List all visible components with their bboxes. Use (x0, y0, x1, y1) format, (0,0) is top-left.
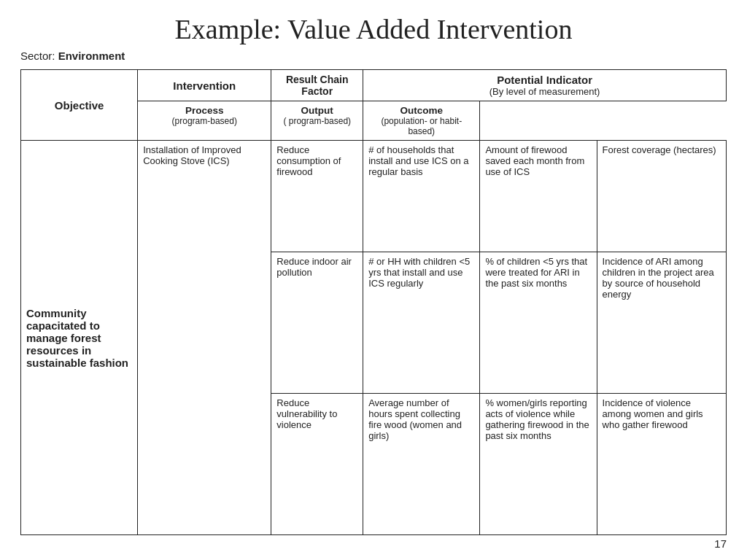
rcf-cell-3: Reduce vulnerability to violence (271, 393, 363, 534)
page-title: Example: Value Added Intervention (20, 13, 727, 45)
potential-indicator-header: Potential Indicator (By level of measure… (363, 70, 727, 101)
process-cell-3: Average number of hours spent collecting… (363, 393, 480, 534)
outcome-label: Outcome (368, 105, 474, 116)
process-sub-label: (program-based) (143, 116, 266, 126)
rcf-header: Result Chain Factor (271, 70, 363, 101)
process-cell-2: # or HH with children <5 yrs that instal… (363, 252, 480, 394)
rcf-cell-1: Reduce consumption of firewood (271, 141, 363, 252)
output-cell-1: Amount of firewood saved each month from… (480, 141, 597, 252)
by-level-label: (By level of measurement) (368, 86, 721, 97)
objective-header: Objective (21, 70, 138, 141)
sector-value: Environment (58, 50, 125, 62)
outcome-cell-2: Incidence of ARI among children in the p… (597, 252, 726, 394)
output-label: Output (276, 105, 357, 116)
output-header: Output ( program-based) (271, 101, 363, 141)
table-row: Community capacitated to manage forest r… (21, 141, 727, 252)
page: Example: Value Added Intervention Sector… (0, 0, 747, 560)
header-row-1: Objective Intervention Result Chain Fact… (21, 70, 727, 101)
sector-label: Sector: (20, 50, 58, 62)
sector-line: Sector: Environment (20, 50, 727, 62)
potential-indicator-label: Potential Indicator (368, 74, 721, 86)
page-number: 17 (20, 537, 727, 550)
output-cell-3: % women/girls reporting acts of violence… (480, 393, 597, 534)
intervention-header: Intervention (138, 70, 271, 101)
outcome-header: Outcome (population- or habit-based) (363, 101, 480, 141)
process-header: Process (program-based) (138, 101, 271, 141)
outcome-sub-label: (population- or habit-based) (368, 116, 474, 136)
rcf-cell-2: Reduce indoor air pollution (271, 252, 363, 394)
outcome-cell-3: Incidence of violence among women and gi… (597, 393, 726, 534)
outcome-cell-1: Forest coverage (hectares) (597, 141, 726, 252)
process-cell-1: # of households that install and use ICS… (363, 141, 480, 252)
process-label: Process (143, 105, 266, 116)
objective-cell: Community capacitated to manage forest r… (21, 141, 138, 535)
output-sub-label: ( program-based) (276, 116, 357, 126)
output-cell-2: % of children <5 yrs that were treated f… (480, 252, 597, 394)
main-table: Objective Intervention Result Chain Fact… (20, 69, 727, 533)
intervention-cell-1: Installation of Improved Cooking Stove (… (138, 141, 271, 535)
